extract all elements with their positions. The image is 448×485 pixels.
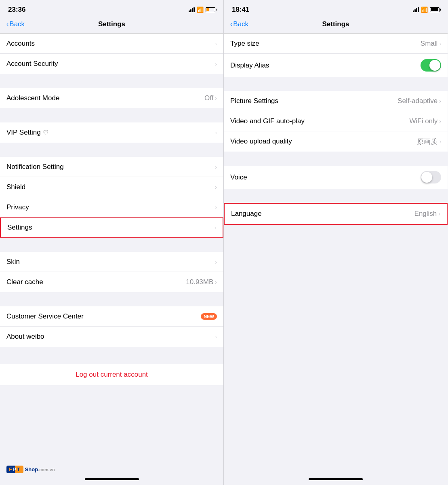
video-gif-value: WiFi only <box>409 117 437 125</box>
separator-r2 <box>224 152 448 166</box>
type-size-label: Type size <box>230 40 259 48</box>
back-chevron-left: ‹ <box>6 21 8 28</box>
shop-label: Shop.com.vn <box>25 466 55 472</box>
video-gif-label: Video and GIF auto-play <box>230 117 305 125</box>
type-display-group: Type size Small › Display Alias <box>224 34 448 77</box>
logout-button[interactable]: Log out current account <box>0 364 223 385</box>
privacy-label: Privacy <box>6 203 29 211</box>
vip-setting-label: VIP Setting 🛡 <box>6 129 49 137</box>
account-security-chevron: › <box>215 61 217 67</box>
home-indicator-right <box>224 475 448 485</box>
separator-1 <box>0 74 223 88</box>
type-size-right: Small › <box>421 40 441 48</box>
back-button-left[interactable]: ‹ Back <box>6 20 25 28</box>
shield-item[interactable]: Shield › <box>0 177 223 197</box>
fpt-logo-box: F P T <box>6 466 23 473</box>
back-chevron-right: ‹ <box>230 21 232 28</box>
separator-8 <box>0 403 223 417</box>
back-label-left: Back <box>9 20 25 28</box>
nav-bar-left: ‹ Back Settings <box>0 17 223 33</box>
video-quality-label: Video upload quality <box>230 137 292 146</box>
voice-toggle[interactable] <box>421 171 441 183</box>
separator-3 <box>0 143 223 157</box>
nav-title-right: Settings <box>322 20 349 28</box>
shield-chevron: › <box>215 184 217 190</box>
footer-left: F P T Shop.com.vn <box>0 462 223 475</box>
vip-group: VIP Setting 🛡 › <box>0 122 223 143</box>
adolescent-chevron: › <box>215 95 217 101</box>
about-weibo-label: About weibo <box>6 333 44 341</box>
skin-chevron: › <box>215 259 217 265</box>
customer-service-item[interactable]: Customer Service Center NEW <box>0 306 223 327</box>
shield-right: › <box>215 184 217 190</box>
customer-service-right: NEW <box>201 313 217 320</box>
fpt-logo: F P T Shop.com.vn <box>6 466 55 473</box>
separator-5 <box>0 292 223 306</box>
back-button-right[interactable]: ‹ Back <box>230 20 248 28</box>
privacy-chevron: › <box>215 204 217 211</box>
type-size-chevron: › <box>439 40 441 47</box>
clear-cache-item[interactable]: Clear cache 10.93MB › <box>0 272 223 292</box>
video-gif-item[interactable]: Video and GIF auto-play WiFi only › <box>224 111 448 131</box>
display-alias-item[interactable]: Display Alias <box>224 54 448 77</box>
cache-size: 10.93MB <box>186 278 213 286</box>
separator-2 <box>0 108 223 122</box>
toggle-thumb-off <box>421 172 432 183</box>
time-left: 23:36 <box>8 6 25 14</box>
picture-settings-item[interactable]: Picture Settings Self-adaptive › <box>224 91 448 111</box>
status-icons-right: 📶 <box>413 6 440 13</box>
separator-4 <box>0 238 223 252</box>
about-weibo-right: › <box>215 333 217 340</box>
clear-cache-chevron: › <box>215 279 217 285</box>
account-security-item[interactable]: Account Security › <box>0 54 223 74</box>
voice-label: Voice <box>230 173 247 181</box>
adolescent-mode-item[interactable]: Adolescent Mode Off › <box>0 88 223 108</box>
video-quality-chevron: › <box>439 138 441 145</box>
time-right: 18:41 <box>232 6 249 14</box>
account-security-label: Account Security <box>6 60 58 68</box>
accounts-right: › <box>215 40 217 47</box>
about-weibo-item[interactable]: About weibo › <box>0 327 223 347</box>
notification-group: Notification Setting › Shield › Privacy … <box>0 157 223 238</box>
accounts-item[interactable]: Accounts › <box>0 34 223 54</box>
settings-sub-right: › <box>214 224 216 231</box>
notification-setting-right: › <box>215 164 217 170</box>
wifi-icon-left: 📶 <box>197 6 204 13</box>
shield-label: Shield <box>6 183 25 191</box>
voice-item[interactable]: Voice <box>224 166 448 189</box>
status-bar-right: 18:41 📶 <box>224 0 448 17</box>
video-quality-item[interactable]: Video upload quality 原画质 › <box>224 131 448 152</box>
fpt-t: T <box>17 466 21 472</box>
separator-r4 <box>224 225 448 239</box>
type-size-value: Small <box>421 40 438 48</box>
vip-setting-item[interactable]: VIP Setting 🛡 › <box>0 122 223 143</box>
notification-chevron: › <box>215 164 217 170</box>
media-group: Picture Settings Self-adaptive › Video a… <box>224 91 448 152</box>
type-size-item[interactable]: Type size Small › <box>224 34 448 54</box>
nav-title-left: Settings <box>98 20 125 28</box>
picture-chevron: › <box>439 98 441 104</box>
settings-sub-label: Settings <box>7 224 32 232</box>
adolescent-group: Adolescent Mode Off › <box>0 88 223 108</box>
settings-sub-item[interactable]: Settings › <box>0 217 223 238</box>
about-weibo-chevron: › <box>215 333 217 340</box>
settings-content-left: Accounts › Account Security › Adolescent… <box>0 34 223 462</box>
com-label: .com.vn <box>38 467 55 472</box>
settings-sub-chevron: › <box>214 224 216 231</box>
language-value: English <box>414 210 437 218</box>
video-quality-right: 原画质 › <box>417 137 441 146</box>
home-bar-right <box>309 478 363 480</box>
settings-content-right: Type size Small › Display Alias <box>224 34 448 475</box>
accounts-chevron: › <box>215 40 217 47</box>
clear-cache-label: Clear cache <box>6 278 43 286</box>
language-item[interactable]: Language English › <box>225 204 447 224</box>
skin-item[interactable]: Skin › <box>0 252 223 272</box>
wifi-icon-right: 📶 <box>421 6 428 13</box>
logout-section: Log out current account <box>0 364 223 385</box>
separator-r1 <box>224 77 448 91</box>
notification-setting-item[interactable]: Notification Setting › <box>0 157 223 177</box>
video-gif-right: WiFi only › <box>409 117 441 125</box>
display-alias-toggle[interactable] <box>421 59 441 72</box>
picture-value: Self-adaptive <box>398 97 437 105</box>
privacy-item[interactable]: Privacy › <box>0 197 223 217</box>
